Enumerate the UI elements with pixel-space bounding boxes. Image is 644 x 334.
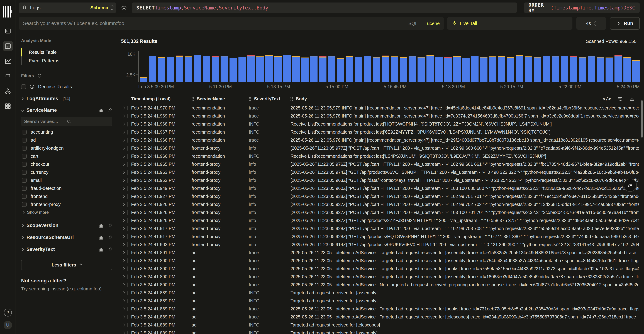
- clickhouse-logo[interactable]: [4, 5, 12, 18]
- histogram-bar[interactable]: [426, 55, 434, 82]
- pin-icon[interactable]: [108, 223, 112, 228]
- run-button[interactable]: Run: [610, 17, 640, 30]
- drag-handle-icon[interactable]: [249, 97, 250, 98]
- histogram-bar[interactable]: [194, 55, 201, 82]
- drag-handle-icon[interactable]: [192, 97, 192, 98]
- service-filter-option[interactable]: ad: [21, 136, 112, 144]
- download-icon[interactable]: [629, 96, 635, 101]
- histogram-bar[interactable]: [140, 77, 148, 82]
- drag-handle-icon[interactable]: [290, 97, 292, 98]
- column-header-servicename[interactable]: ServiceName: [192, 96, 249, 101]
- mode-event-patterns[interactable]: Event Patterns: [21, 56, 112, 65]
- histogram-bar[interactable]: [185, 56, 192, 82]
- histogram-bar[interactable]: [507, 57, 514, 82]
- histogram-bar[interactable]: [498, 56, 505, 82]
- column-header-severitytext[interactable]: SeverityText: [249, 96, 290, 101]
- service-filter-option[interactable]: currency: [21, 168, 112, 176]
- service-filter-checkbox[interactable]: [22, 194, 27, 199]
- histogram-bar[interactable]: [256, 56, 264, 82]
- log-row[interactable]: Feb 3 5:24:41.965 PMfrontend-proxyinfo[2…: [121, 160, 639, 168]
- histogram-bar[interactable]: [606, 57, 613, 82]
- service-filter-option[interactable]: frontend-proxy: [21, 200, 112, 208]
- filter-value-search-input[interactable]: Search values...: [21, 117, 112, 126]
- table-view-icon[interactable]: [3, 41, 13, 51]
- show-more-button[interactable]: Show more: [21, 208, 112, 216]
- vertical-scrollbar[interactable]: [640, 100, 643, 138]
- log-row[interactable]: Feb 3 5:24:41.890 PMadtrace2025-05-26 11…: [121, 265, 639, 273]
- log-row[interactable]: Feb 3 5:24:41.969 PMrecommendationtrace2…: [121, 112, 639, 120]
- expand-row-icon[interactable]: [122, 219, 125, 222]
- log-row[interactable]: Feb 3 5:24:41.927 PMfrontend-proxyinfo[2…: [121, 192, 639, 200]
- histogram-bar[interactable]: [301, 57, 308, 82]
- expand-row-icon[interactable]: [122, 292, 125, 294]
- source-selector[interactable]: Logs Schema: [18, 2, 116, 13]
- log-row[interactable]: Feb 3 5:24:41.926 PMfrontend-proxyinfo[2…: [121, 216, 639, 224]
- histogram-bar[interactable]: [453, 56, 461, 82]
- histogram-bar[interactable]: [230, 58, 237, 82]
- log-row[interactable]: Feb 3 5:24:41.917 PMfrontend-proxyinfo[2…: [121, 224, 639, 233]
- histogram-bar[interactable]: [400, 57, 407, 82]
- order-by-editor[interactable]: ORDER BY (TimestampTime, Timestamp) DESC: [524, 2, 640, 13]
- expand-row-icon[interactable]: [122, 332, 125, 334]
- mode-toggle-sql[interactable]: SQL: [408, 21, 418, 26]
- pin-icon[interactable]: [108, 235, 112, 240]
- mode-toggle-lucene[interactable]: Lucene: [424, 21, 440, 26]
- service-filter-checkbox[interactable]: [22, 170, 27, 175]
- code-icon[interactable]: </>: [603, 96, 611, 101]
- laptop-icon[interactable]: [3, 71, 13, 81]
- log-row[interactable]: Feb 3 5:24:41.891 PMadtrace2025-05-26 11…: [121, 249, 639, 257]
- pin-icon[interactable]: [108, 247, 112, 252]
- side-panel-toggle-button[interactable]: [624, 179, 637, 192]
- histogram-bar[interactable]: [364, 56, 371, 82]
- log-row[interactable]: Feb 3 5:24:41.966 PMfrontend-proxyinfo[2…: [121, 144, 639, 152]
- histogram-bar[interactable]: [373, 57, 380, 82]
- expand-row-icon[interactable]: [122, 243, 125, 246]
- histogram-bar[interactable]: [292, 56, 300, 82]
- log-row[interactable]: Feb 3 5:24:41.970 PMrecommendationtrace2…: [121, 104, 639, 112]
- service-filter-option[interactable]: accounting: [21, 128, 112, 136]
- expand-row-icon[interactable]: [122, 139, 125, 142]
- column-header-timestamp[interactable]: Timestamp (Local): [131, 96, 192, 101]
- service-filter-option[interactable]: fraud-detection: [21, 184, 112, 192]
- histogram-bar[interactable]: [158, 57, 165, 82]
- user-avatar[interactable]: U: [4, 321, 12, 329]
- expand-row-icon[interactable]: [122, 259, 125, 262]
- log-row[interactable]: Feb 3 5:24:41.889 PMadINFOTargeted ad re…: [121, 329, 639, 334]
- histogram-bar[interactable]: [274, 56, 282, 82]
- less-filters-button[interactable]: Less filters: [21, 260, 112, 270]
- expand-row-icon[interactable]: [122, 163, 125, 166]
- expand-row-icon[interactable]: [122, 316, 125, 319]
- filter-group-severitytext[interactable]: SeverityText: [21, 247, 112, 252]
- expand-row-icon[interactable]: [122, 147, 125, 150]
- histogram-bar[interactable]: [570, 56, 577, 82]
- expand-row-icon[interactable]: [122, 235, 125, 238]
- histogram-bar[interactable]: [238, 57, 246, 82]
- log-row[interactable]: Feb 3 5:24:41.963 PMfrontend-proxyinfo[2…: [121, 168, 639, 176]
- log-row[interactable]: Feb 3 5:24:41.949 PMfrontend-proxyinfo[2…: [121, 184, 639, 192]
- histogram-bar[interactable]: [614, 55, 622, 82]
- pin-icon[interactable]: [108, 108, 112, 113]
- service-filter-option[interactable]: frontend: [21, 192, 112, 200]
- log-row[interactable]: Feb 3 5:24:41.889 PMadtrace2025-05-26 11…: [121, 305, 639, 313]
- log-row[interactable]: Feb 3 5:24:41.966 PMrecommendationINFORe…: [121, 152, 639, 160]
- expand-row-icon[interactable]: [122, 275, 125, 278]
- histogram-bar[interactable]: [462, 58, 470, 82]
- histogram-bar[interactable]: [382, 56, 389, 82]
- terminal-panel-icon[interactable]: [3, 26, 13, 36]
- histogram-bar[interactable]: [212, 56, 219, 82]
- log-row[interactable]: Feb 3 5:24:41.889 PMadtrace2025-05-26 11…: [121, 313, 639, 321]
- live-tail-button[interactable]: Live Tail: [447, 17, 572, 30]
- filter-group-servicename[interactable]: ServiceName: [21, 108, 112, 113]
- histogram-bar[interactable]: [436, 57, 443, 82]
- service-filter-option[interactable]: email: [21, 176, 112, 184]
- histogram-bar[interactable]: [319, 56, 326, 82]
- histogram-bar[interactable]: [516, 55, 523, 82]
- histogram-bar[interactable]: [310, 56, 318, 82]
- log-row[interactable]: Feb 3 5:24:41.890 PMadtrace2025-05-26 11…: [121, 273, 639, 281]
- denoise-checkbox[interactable]: [21, 84, 26, 89]
- histogram-bar[interactable]: [588, 56, 595, 82]
- filter-group-logattributes[interactable]: LogAttributes {14}: [21, 96, 112, 101]
- dashboards-icon[interactable]: [3, 101, 13, 111]
- histogram-bar[interactable]: [596, 57, 604, 82]
- expand-row-icon[interactable]: [122, 300, 125, 302]
